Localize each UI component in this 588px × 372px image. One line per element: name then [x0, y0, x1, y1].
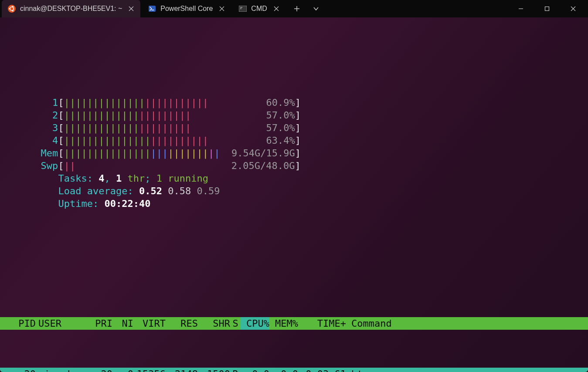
svg-rect-6	[239, 6, 247, 12]
cpu-meter: 2[|||||||||||||||||||||| 57.0%]	[41, 109, 300, 122]
cpu-meter: 1[||||||||||||||||||||||||| 60.9%]	[41, 96, 300, 109]
mem-meter: Mem[||||||||||||||||||||||||||| 9.54G/15…	[41, 147, 300, 159]
svg-rect-7	[545, 7, 549, 11]
col-cmd[interactable]: Command	[346, 317, 582, 330]
powershell-icon	[148, 5, 156, 13]
close-icon[interactable]	[272, 4, 281, 14]
tab-strip: cinnak@DESKTOP-BHE5EV1: ~ PowerShell Cor…	[2, 0, 326, 17]
col-s[interactable]: S	[230, 317, 241, 330]
tab-label: CMD	[251, 5, 267, 13]
tab-label: PowerShell Core	[160, 5, 213, 13]
load-line: Load average: 0.52 0.58 0.59	[58, 185, 220, 197]
col-ni[interactable]: NI	[112, 317, 133, 330]
tasks-line: Tasks: 4, 1 thr; 1 running	[58, 172, 220, 185]
close-icon[interactable]	[126, 4, 136, 14]
window-close-button[interactable]	[560, 0, 586, 17]
meters-block: 1[||||||||||||||||||||||||| 60.9%] 2[|||…	[6, 71, 582, 223]
tab-cmd[interactable]: CMD	[233, 0, 285, 17]
close-icon[interactable]	[217, 4, 227, 14]
tab-powershell[interactable]: PowerShell Core	[142, 0, 231, 17]
ubuntu-icon	[8, 5, 16, 13]
col-pri[interactable]: PRI	[91, 317, 112, 330]
col-pid[interactable]: PID	[9, 317, 36, 330]
col-mem[interactable]: MEM%	[269, 317, 298, 330]
process-list: 20cinnak2001535621481500R0.00.00:03.61ht…	[6, 368, 582, 372]
terminal-pane[interactable]: 1[||||||||||||||||||||||||| 60.9%] 2[|||…	[0, 17, 588, 372]
col-shr[interactable]: SHR	[198, 317, 230, 330]
minimize-button[interactable]	[508, 0, 534, 17]
swap-meter: Swp[|| 2.05G/48.0G]	[41, 159, 300, 172]
tab-label: cinnak@DESKTOP-BHE5EV1: ~	[20, 5, 122, 13]
terminal-window: cinnak@DESKTOP-BHE5EV1: ~ PowerShell Cor…	[0, 0, 588, 372]
cmd-icon	[239, 5, 247, 13]
maximize-button[interactable]	[534, 0, 560, 17]
new-tab-button[interactable]	[287, 0, 306, 17]
tab-ubuntu[interactable]: cinnak@DESKTOP-BHE5EV1: ~	[2, 0, 140, 17]
window-controls	[508, 0, 586, 17]
uptime-line: Uptime: 00:22:40	[58, 197, 220, 210]
col-cpu[interactable]: CPU%	[241, 317, 269, 330]
tab-dropdown-button[interactable]	[306, 0, 326, 17]
titlebar: cinnak@DESKTOP-BHE5EV1: ~ PowerShell Cor…	[0, 0, 588, 17]
col-user[interactable]: USER	[36, 317, 91, 330]
col-res[interactable]: RES	[166, 317, 198, 330]
cpu-meter: 3[|||||||||||||||||||||| 57.0%]	[41, 122, 300, 134]
col-time[interactable]: TIME+	[298, 317, 346, 330]
cpu-meter: 4[||||||||||||||||||||||||| 63.4%]	[41, 134, 300, 147]
process-row[interactable]: 20cinnak2001535621481500R0.00.00:03.61ht…	[0, 368, 588, 372]
process-header: PID USER PRI NI VIRT RES SHR S CPU% MEM%…	[0, 317, 588, 330]
col-virt[interactable]: VIRT	[133, 317, 166, 330]
svg-rect-5	[149, 6, 156, 12]
